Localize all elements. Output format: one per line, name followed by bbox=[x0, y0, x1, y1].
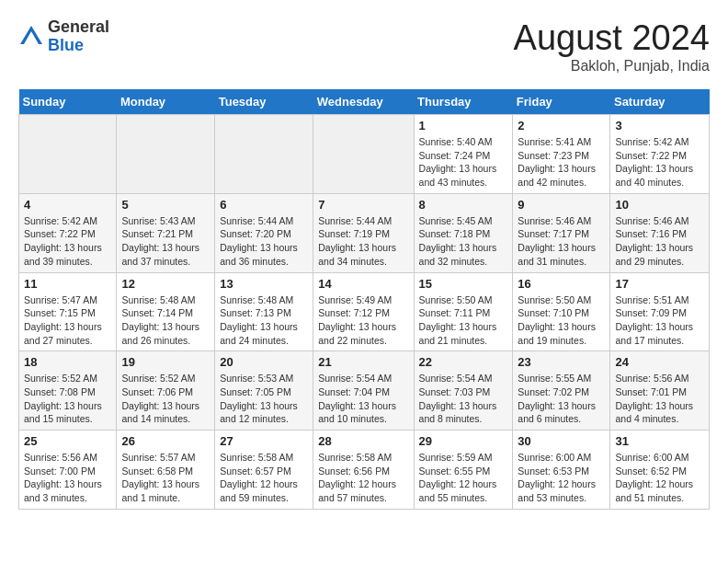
day-number: 22 bbox=[419, 355, 508, 369]
calendar-cell: 14Sunrise: 5:49 AMSunset: 7:12 PMDayligh… bbox=[313, 272, 414, 351]
calendar-cell: 22Sunrise: 5:54 AMSunset: 7:03 PMDayligh… bbox=[414, 351, 513, 431]
day-number: 20 bbox=[220, 355, 308, 369]
day-info: Sunrise: 5:51 AMSunset: 7:09 PMDaylight:… bbox=[615, 293, 704, 348]
day-number: 25 bbox=[24, 434, 111, 448]
calendar-cell: 17Sunrise: 5:51 AMSunset: 7:09 PMDayligh… bbox=[610, 272, 710, 351]
calendar-week-row: 4Sunrise: 5:42 AMSunset: 7:22 PMDaylight… bbox=[19, 193, 710, 272]
day-info: Sunrise: 5:50 AMSunset: 7:11 PMDaylight:… bbox=[419, 293, 508, 348]
day-info: Sunrise: 5:57 AMSunset: 6:58 PMDaylight:… bbox=[121, 451, 210, 505]
calendar-cell bbox=[313, 115, 414, 194]
logo-blue: Blue bbox=[48, 37, 109, 55]
calendar-cell: 2Sunrise: 5:41 AMSunset: 7:23 PMDaylight… bbox=[513, 115, 610, 194]
calendar-cell bbox=[19, 115, 117, 194]
day-number: 4 bbox=[24, 198, 111, 212]
calendar-cell: 26Sunrise: 5:57 AMSunset: 6:58 PMDayligh… bbox=[117, 431, 215, 510]
calendar-cell: 11Sunrise: 5:47 AMSunset: 7:15 PMDayligh… bbox=[19, 272, 117, 351]
day-info: Sunrise: 5:42 AMSunset: 7:22 PMDaylight:… bbox=[24, 214, 111, 269]
logo: General Blue bbox=[18, 18, 109, 55]
day-number: 23 bbox=[518, 355, 605, 369]
day-number: 14 bbox=[318, 277, 408, 291]
calendar-header-row: SundayMondayTuesdayWednesdayThursdayFrid… bbox=[19, 89, 710, 115]
day-info: Sunrise: 5:52 AMSunset: 7:08 PMDaylight:… bbox=[24, 372, 111, 426]
day-number: 6 bbox=[220, 198, 308, 212]
day-number: 30 bbox=[518, 434, 605, 448]
calendar-cell: 3Sunrise: 5:42 AMSunset: 7:22 PMDaylight… bbox=[610, 115, 710, 194]
day-info: Sunrise: 5:44 AMSunset: 7:19 PMDaylight:… bbox=[318, 214, 408, 269]
day-info: Sunrise: 5:40 AMSunset: 7:24 PMDaylight:… bbox=[419, 135, 508, 190]
calendar-cell: 10Sunrise: 5:46 AMSunset: 7:16 PMDayligh… bbox=[610, 193, 710, 272]
calendar-cell: 12Sunrise: 5:48 AMSunset: 7:14 PMDayligh… bbox=[117, 272, 215, 351]
day-info: Sunrise: 5:56 AMSunset: 7:01 PMDaylight:… bbox=[615, 372, 704, 426]
calendar-cell: 28Sunrise: 5:58 AMSunset: 6:56 PMDayligh… bbox=[313, 431, 414, 510]
day-info: Sunrise: 5:54 AMSunset: 7:04 PMDaylight:… bbox=[318, 372, 408, 426]
day-info: Sunrise: 5:47 AMSunset: 7:15 PMDaylight:… bbox=[24, 293, 111, 348]
day-number: 21 bbox=[318, 355, 408, 369]
day-info: Sunrise: 5:41 AMSunset: 7:23 PMDaylight:… bbox=[518, 135, 605, 190]
day-info: Sunrise: 5:52 AMSunset: 7:06 PMDaylight:… bbox=[121, 372, 210, 426]
calendar-cell: 20Sunrise: 5:53 AMSunset: 7:05 PMDayligh… bbox=[215, 351, 313, 431]
calendar-cell: 15Sunrise: 5:50 AMSunset: 7:11 PMDayligh… bbox=[414, 272, 513, 351]
calendar-cell: 9Sunrise: 5:46 AMSunset: 7:17 PMDaylight… bbox=[513, 193, 610, 272]
calendar-week-row: 25Sunrise: 5:56 AMSunset: 7:00 PMDayligh… bbox=[19, 431, 710, 510]
day-number: 5 bbox=[121, 198, 210, 212]
day-number: 7 bbox=[318, 198, 408, 212]
day-number: 28 bbox=[318, 434, 408, 448]
title-block: August 2024 Bakloh, Punjab, India bbox=[514, 18, 710, 75]
calendar-cell: 4Sunrise: 5:42 AMSunset: 7:22 PMDaylight… bbox=[19, 193, 117, 272]
day-number: 16 bbox=[518, 277, 605, 291]
day-info: Sunrise: 5:59 AMSunset: 6:55 PMDaylight:… bbox=[419, 451, 508, 505]
location: Bakloh, Punjab, India bbox=[514, 58, 710, 75]
calendar-cell: 29Sunrise: 5:59 AMSunset: 6:55 PMDayligh… bbox=[414, 431, 513, 510]
day-of-week-header: Friday bbox=[513, 89, 610, 115]
day-info: Sunrise: 6:00 AMSunset: 6:52 PMDaylight:… bbox=[615, 451, 704, 505]
calendar-table: SundayMondayTuesdayWednesdayThursdayFrid… bbox=[18, 89, 710, 510]
day-number: 26 bbox=[121, 434, 210, 448]
calendar-week-row: 11Sunrise: 5:47 AMSunset: 7:15 PMDayligh… bbox=[19, 272, 710, 351]
day-info: Sunrise: 5:45 AMSunset: 7:18 PMDaylight:… bbox=[419, 214, 508, 269]
calendar-cell: 18Sunrise: 5:52 AMSunset: 7:08 PMDayligh… bbox=[19, 351, 117, 431]
day-info: Sunrise: 5:53 AMSunset: 7:05 PMDaylight:… bbox=[220, 372, 308, 426]
day-info: Sunrise: 5:55 AMSunset: 7:02 PMDaylight:… bbox=[518, 372, 605, 426]
day-of-week-header: Wednesday bbox=[313, 89, 414, 115]
day-of-week-header: Sunday bbox=[19, 89, 117, 115]
day-info: Sunrise: 5:48 AMSunset: 7:14 PMDaylight:… bbox=[121, 293, 210, 348]
calendar-cell bbox=[215, 115, 313, 194]
day-number: 10 bbox=[615, 198, 704, 212]
calendar-cell bbox=[117, 115, 215, 194]
day-info: Sunrise: 5:56 AMSunset: 7:00 PMDaylight:… bbox=[24, 451, 111, 505]
calendar-cell: 5Sunrise: 5:43 AMSunset: 7:21 PMDaylight… bbox=[117, 193, 215, 272]
day-number: 24 bbox=[615, 355, 704, 369]
calendar-cell: 23Sunrise: 5:55 AMSunset: 7:02 PMDayligh… bbox=[513, 351, 610, 431]
logo-general: General bbox=[48, 18, 109, 37]
day-info: Sunrise: 5:46 AMSunset: 7:16 PMDaylight:… bbox=[615, 214, 704, 269]
day-info: Sunrise: 5:58 AMSunset: 6:56 PMDaylight:… bbox=[318, 451, 408, 505]
day-info: Sunrise: 5:46 AMSunset: 7:17 PMDaylight:… bbox=[518, 214, 605, 269]
calendar-cell: 16Sunrise: 5:50 AMSunset: 7:10 PMDayligh… bbox=[513, 272, 610, 351]
day-info: Sunrise: 5:43 AMSunset: 7:21 PMDaylight:… bbox=[121, 214, 210, 269]
calendar-week-row: 18Sunrise: 5:52 AMSunset: 7:08 PMDayligh… bbox=[19, 351, 710, 431]
day-number: 12 bbox=[121, 277, 210, 291]
calendar-cell: 13Sunrise: 5:48 AMSunset: 7:13 PMDayligh… bbox=[215, 272, 313, 351]
day-info: Sunrise: 5:49 AMSunset: 7:12 PMDaylight:… bbox=[318, 293, 408, 348]
day-info: Sunrise: 5:54 AMSunset: 7:03 PMDaylight:… bbox=[419, 372, 508, 426]
day-info: Sunrise: 6:00 AMSunset: 6:53 PMDaylight:… bbox=[518, 451, 605, 505]
day-number: 11 bbox=[24, 277, 111, 291]
calendar-week-row: 1Sunrise: 5:40 AMSunset: 7:24 PMDaylight… bbox=[19, 115, 710, 194]
day-info: Sunrise: 5:44 AMSunset: 7:20 PMDaylight:… bbox=[220, 214, 308, 269]
calendar-cell: 6Sunrise: 5:44 AMSunset: 7:20 PMDaylight… bbox=[215, 193, 313, 272]
day-number: 19 bbox=[121, 355, 210, 369]
day-number: 1 bbox=[419, 119, 508, 132]
calendar-cell: 1Sunrise: 5:40 AMSunset: 7:24 PMDaylight… bbox=[414, 115, 513, 194]
day-number: 15 bbox=[419, 277, 508, 291]
logo-text: General Blue bbox=[48, 18, 109, 55]
calendar-cell: 31Sunrise: 6:00 AMSunset: 6:52 PMDayligh… bbox=[610, 431, 710, 510]
day-number: 18 bbox=[24, 355, 111, 369]
day-number: 29 bbox=[419, 434, 508, 448]
month-title: August 2024 bbox=[514, 18, 710, 58]
day-number: 27 bbox=[220, 434, 308, 448]
day-of-week-header: Tuesday bbox=[215, 89, 313, 115]
calendar-cell: 25Sunrise: 5:56 AMSunset: 7:00 PMDayligh… bbox=[19, 431, 117, 510]
calendar-cell: 24Sunrise: 5:56 AMSunset: 7:01 PMDayligh… bbox=[610, 351, 710, 431]
day-number: 2 bbox=[518, 119, 605, 132]
day-info: Sunrise: 5:50 AMSunset: 7:10 PMDaylight:… bbox=[518, 293, 605, 348]
